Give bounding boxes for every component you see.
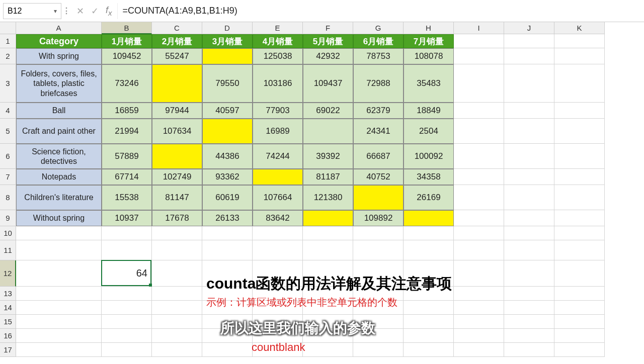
- cell-I14[interactable]: [454, 301, 504, 315]
- row-header-12[interactable]: 12: [0, 260, 16, 287]
- cell-C8[interactable]: 81147: [152, 185, 202, 210]
- cell-E11[interactable]: [253, 240, 303, 260]
- cell-H11[interactable]: [404, 240, 454, 260]
- cell-K15[interactable]: [554, 315, 605, 329]
- row-header-7[interactable]: 7: [0, 169, 16, 185]
- row-header-13[interactable]: 13: [0, 287, 16, 301]
- cell-K13[interactable]: [554, 287, 605, 301]
- cell-H8[interactable]: 26169: [404, 185, 454, 210]
- cell-B13[interactable]: [102, 287, 152, 301]
- cell-G4[interactable]: 62379: [353, 103, 404, 119]
- col-header-I[interactable]: I: [454, 22, 504, 34]
- cell-F9[interactable]: [303, 210, 353, 226]
- cell-K5[interactable]: [554, 119, 605, 144]
- select-all-corner[interactable]: [0, 22, 16, 34]
- cell-F6[interactable]: 39392: [303, 144, 353, 169]
- cell-B10[interactable]: [102, 226, 152, 240]
- cell-J9[interactable]: [504, 210, 554, 226]
- col-header-F[interactable]: F: [303, 22, 353, 34]
- cell-I5[interactable]: [454, 119, 504, 144]
- cell-H17[interactable]: [404, 343, 454, 357]
- cell-F1[interactable]: 5月销量: [303, 34, 353, 48]
- cell-A2[interactable]: With spring: [16, 48, 102, 64]
- col-header-D[interactable]: D: [202, 22, 253, 34]
- row-header-10[interactable]: 10: [0, 226, 16, 240]
- cell-A3[interactable]: Folders, covers, files, tablets, plastic…: [16, 64, 102, 103]
- col-header-H[interactable]: H: [404, 22, 454, 34]
- cell-I6[interactable]: [454, 144, 504, 169]
- cell-K14[interactable]: [554, 301, 605, 315]
- fx-icon[interactable]: fx: [106, 5, 112, 17]
- formula-input[interactable]: =COUNTA(A1:A9,B1,B1:H9): [117, 3, 644, 19]
- cell-J13[interactable]: [504, 287, 554, 301]
- cell-A7[interactable]: Notepads: [16, 169, 102, 185]
- cell-A12[interactable]: [16, 260, 102, 287]
- cell-G3[interactable]: 72988: [353, 64, 404, 103]
- cell-C9[interactable]: 17678: [152, 210, 202, 226]
- cell-A14[interactable]: [16, 301, 102, 315]
- cell-B9[interactable]: 10937: [102, 210, 152, 226]
- cell-I9[interactable]: [454, 210, 504, 226]
- col-header-K[interactable]: K: [554, 22, 605, 34]
- cell-F3[interactable]: 109437: [303, 64, 353, 103]
- cell-G5[interactable]: 24341: [353, 119, 404, 144]
- cell-K7[interactable]: [554, 169, 605, 185]
- cell-J6[interactable]: [504, 144, 554, 169]
- row-header-1[interactable]: 1: [0, 34, 16, 48]
- cell-C10[interactable]: [152, 226, 202, 240]
- cancel-icon[interactable]: ✕: [76, 6, 84, 17]
- cell-B16[interactable]: [102, 329, 152, 343]
- cell-H1[interactable]: 7月销量: [404, 34, 454, 48]
- cell-E2[interactable]: 125038: [253, 48, 303, 64]
- cell-J2[interactable]: [504, 48, 554, 64]
- row-header-16[interactable]: 16: [0, 329, 16, 343]
- cell-H10[interactable]: [404, 226, 454, 240]
- cell-F4[interactable]: 69022: [303, 103, 353, 119]
- cell-D3[interactable]: 79550: [202, 64, 253, 103]
- cell-I3[interactable]: [454, 64, 504, 103]
- cell-J11[interactable]: [504, 240, 554, 260]
- row-header-15[interactable]: 15: [0, 315, 16, 329]
- cell-K17[interactable]: [554, 343, 605, 357]
- cell-J8[interactable]: [504, 185, 554, 210]
- cell-A11[interactable]: [16, 240, 102, 260]
- cell-C2[interactable]: 55247: [152, 48, 202, 64]
- cell-D6[interactable]: 44386: [202, 144, 253, 169]
- cell-A16[interactable]: [16, 329, 102, 343]
- cell-F8[interactable]: 121380: [303, 185, 353, 210]
- cell-H6[interactable]: 100092: [404, 144, 454, 169]
- cell-C13[interactable]: [152, 287, 202, 301]
- cell-B5[interactable]: 21994: [102, 119, 152, 144]
- row-header-14[interactable]: 14: [0, 301, 16, 315]
- cell-K16[interactable]: [554, 329, 605, 343]
- cell-A8[interactable]: Children's literature: [16, 185, 102, 210]
- cell-E4[interactable]: 77903: [253, 103, 303, 119]
- cell-K4[interactable]: [554, 103, 605, 119]
- cell-H4[interactable]: 18849: [404, 103, 454, 119]
- cell-A5[interactable]: Craft and paint other: [16, 119, 102, 144]
- cell-D17[interactable]: [202, 343, 253, 357]
- cell-G2[interactable]: 78753: [353, 48, 404, 64]
- cell-F17[interactable]: [303, 343, 353, 357]
- cell-G6[interactable]: 66687: [353, 144, 404, 169]
- cell-C12[interactable]: [152, 260, 202, 287]
- cell-H15[interactable]: [404, 315, 454, 329]
- cell-D11[interactable]: [202, 240, 253, 260]
- cell-A13[interactable]: [16, 287, 102, 301]
- cell-E1[interactable]: 4月销量: [253, 34, 303, 48]
- cell-J5[interactable]: [504, 119, 554, 144]
- cell-K6[interactable]: [554, 144, 605, 169]
- cell-I15[interactable]: [454, 315, 504, 329]
- cell-I17[interactable]: [454, 343, 504, 357]
- cell-D4[interactable]: 40597: [202, 103, 253, 119]
- cell-E10[interactable]: [253, 226, 303, 240]
- cell-G1[interactable]: 6月销量: [353, 34, 404, 48]
- cell-J16[interactable]: [504, 329, 554, 343]
- cell-C7[interactable]: 102749: [152, 169, 202, 185]
- cell-C11[interactable]: [152, 240, 202, 260]
- cell-B12[interactable]: 64: [102, 260, 152, 287]
- cell-C6[interactable]: [152, 144, 202, 169]
- cell-C16[interactable]: [152, 329, 202, 343]
- cell-F10[interactable]: [303, 226, 353, 240]
- accept-icon[interactable]: ✓: [91, 6, 99, 17]
